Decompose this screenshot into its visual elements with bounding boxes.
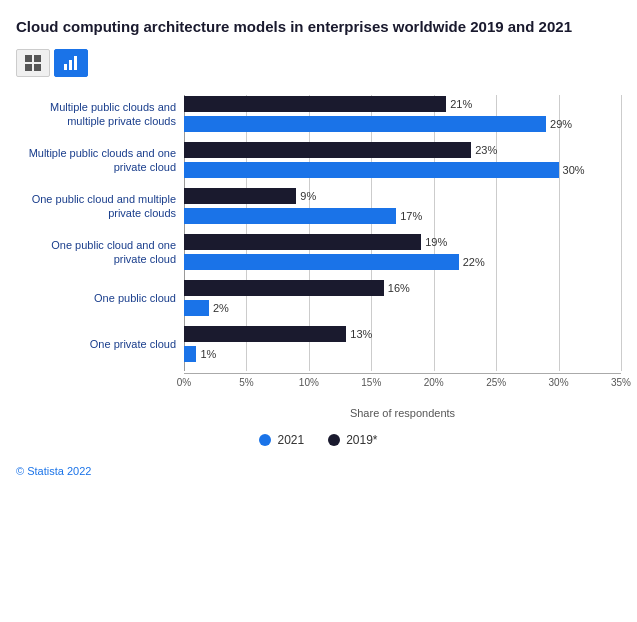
bar-value-label: 22% (463, 256, 485, 268)
bar-value-label: 21% (450, 98, 472, 110)
bar-value-label: 1% (200, 348, 216, 360)
svg-rect-6 (74, 56, 77, 70)
bar-2019 (184, 234, 421, 250)
bar-value-label: 13% (350, 328, 372, 340)
bar-2019 (184, 96, 446, 112)
bar-2019 (184, 142, 471, 158)
bar-value-label: 23% (475, 144, 497, 156)
category-label: One public cloud and multiple private cl… (16, 187, 184, 225)
bar-group: 13%1% (184, 325, 621, 363)
x-tick-label: 15% (361, 377, 381, 388)
legend-item: 2021 (259, 433, 304, 447)
label-group: One public cloud and multiple private cl… (16, 187, 184, 225)
bar-2021 (184, 116, 546, 132)
x-tick-label: 30% (549, 377, 569, 388)
x-tick-label: 35% (611, 377, 631, 388)
bar-2019 (184, 188, 296, 204)
table-view-button[interactable] (16, 49, 50, 77)
label-group: One public cloud and one private cloud (16, 233, 184, 271)
bar-value-label: 17% (400, 210, 422, 222)
bar-2021 (184, 208, 396, 224)
bar-2019 (184, 326, 346, 342)
bar-2021 (184, 162, 559, 178)
bar-group: 21%29% (184, 95, 621, 133)
legend-item: 2019* (328, 433, 377, 447)
chart-legend: 20212019* (16, 433, 621, 447)
svg-rect-1 (34, 55, 41, 62)
x-tick-label: 10% (299, 377, 319, 388)
svg-rect-0 (25, 55, 32, 62)
page-container: Cloud computing architecture models in e… (16, 16, 621, 477)
legend-label: 2021 (277, 433, 304, 447)
bar-2021 (184, 254, 459, 270)
label-group: One private cloud (16, 325, 184, 363)
legend-label: 2019* (346, 433, 377, 447)
chart-view-button[interactable] (54, 49, 88, 77)
label-group: One public cloud (16, 279, 184, 317)
bar-value-label: 16% (388, 282, 410, 294)
bar-value-label: 29% (550, 118, 572, 130)
bar-2021 (184, 346, 196, 362)
x-axis-label: Share of respondents (184, 407, 621, 419)
chart-title: Cloud computing architecture models in e… (16, 16, 576, 37)
bar-value-label: 30% (563, 164, 585, 176)
legend-dot (259, 434, 271, 446)
bar-group: 19%22% (184, 233, 621, 271)
svg-rect-3 (34, 64, 41, 71)
bar-group: 9%17% (184, 187, 621, 225)
bar-value-label: 9% (300, 190, 316, 202)
bar-2019 (184, 280, 384, 296)
x-tick-label: 0% (177, 377, 191, 388)
bar-group: 16%2% (184, 279, 621, 317)
footer-text: © Statista 2022 (16, 465, 621, 477)
chart-area: Multiple public clouds and multiple priv… (16, 95, 621, 391)
bar-value-label: 19% (425, 236, 447, 248)
svg-rect-2 (25, 64, 32, 71)
category-label: One public cloud and one private cloud (16, 233, 184, 271)
legend-dot (328, 434, 340, 446)
x-tick-label: 5% (239, 377, 253, 388)
toolbar (16, 49, 621, 77)
category-label: One public cloud (16, 279, 184, 317)
label-group: Multiple public clouds and one private c… (16, 141, 184, 179)
bar-2021 (184, 300, 209, 316)
bar-group: 23%30% (184, 141, 621, 179)
label-group: Multiple public clouds and multiple priv… (16, 95, 184, 133)
svg-rect-4 (64, 64, 67, 70)
svg-rect-5 (69, 60, 72, 70)
category-label: One private cloud (16, 325, 184, 363)
category-label: Multiple public clouds and multiple priv… (16, 95, 184, 133)
category-label: Multiple public clouds and one private c… (16, 141, 184, 179)
bar-value-label: 2% (213, 302, 229, 314)
x-tick-label: 25% (486, 377, 506, 388)
x-tick-label: 20% (424, 377, 444, 388)
